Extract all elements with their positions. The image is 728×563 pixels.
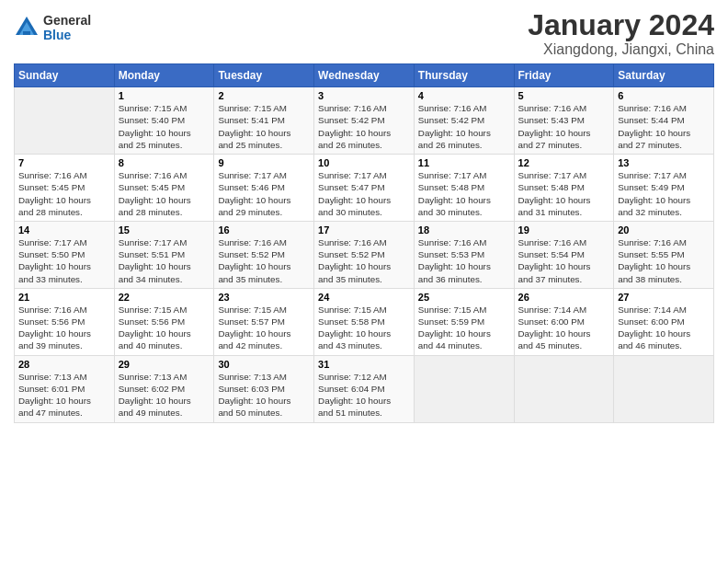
day-info: Sunrise: 7:16 AM Sunset: 5:43 PM Dayligh…	[518, 102, 610, 151]
day-number: 24	[318, 292, 410, 303]
day-cell: 13Sunrise: 7:17 AM Sunset: 5:49 PM Dayli…	[614, 155, 714, 222]
day-number: 19	[518, 224, 610, 236]
day-number: 30	[218, 359, 310, 370]
day-info: Sunrise: 7:14 AM Sunset: 6:00 PM Dayligh…	[618, 304, 710, 352]
day-number: 14	[18, 224, 110, 236]
day-cell: 28Sunrise: 7:13 AM Sunset: 6:01 PM Dayli…	[15, 355, 115, 422]
week-row-5: 28Sunrise: 7:13 AM Sunset: 6:01 PM Dayli…	[15, 355, 714, 422]
day-number: 18	[418, 224, 510, 236]
day-cell: 6Sunrise: 7:16 AM Sunset: 5:44 PM Daylig…	[614, 87, 714, 155]
day-number: 27	[618, 292, 710, 303]
day-number: 22	[119, 292, 210, 303]
day-info: Sunrise: 7:15 AM Sunset: 5:56 PM Dayligh…	[119, 304, 210, 352]
header-cell-monday: Monday	[114, 64, 214, 87]
day-info: Sunrise: 7:17 AM Sunset: 5:50 PM Dayligh…	[18, 236, 110, 285]
day-number: 13	[618, 157, 710, 168]
main-title: January 2024	[528, 9, 714, 41]
day-info: Sunrise: 7:17 AM Sunset: 5:46 PM Dayligh…	[218, 169, 310, 218]
day-cell: 11Sunrise: 7:17 AM Sunset: 5:48 PM Dayli…	[414, 155, 514, 222]
day-info: Sunrise: 7:17 AM Sunset: 5:48 PM Dayligh…	[518, 169, 610, 218]
week-row-1: 1Sunrise: 7:15 AM Sunset: 5:40 PM Daylig…	[15, 87, 714, 155]
day-cell: 20Sunrise: 7:16 AM Sunset: 5:55 PM Dayli…	[614, 221, 714, 288]
day-cell: 10Sunrise: 7:17 AM Sunset: 5:47 PM Dayli…	[314, 155, 415, 222]
day-info: Sunrise: 7:13 AM Sunset: 6:03 PM Dayligh…	[218, 371, 310, 419]
calendar-table: SundayMondayTuesdayWednesdayThursdayFrid…	[14, 63, 714, 422]
day-cell: 18Sunrise: 7:16 AM Sunset: 5:53 PM Dayli…	[414, 221, 514, 288]
day-info: Sunrise: 7:17 AM Sunset: 5:47 PM Dayligh…	[318, 169, 410, 218]
day-info: Sunrise: 7:16 AM Sunset: 5:44 PM Dayligh…	[618, 102, 710, 151]
day-cell: 19Sunrise: 7:16 AM Sunset: 5:54 PM Dayli…	[514, 221, 614, 288]
day-cell: 25Sunrise: 7:15 AM Sunset: 5:59 PM Dayli…	[414, 288, 514, 355]
day-cell: 22Sunrise: 7:15 AM Sunset: 5:56 PM Dayli…	[114, 288, 214, 355]
header-row: SundayMondayTuesdayWednesdayThursdayFrid…	[15, 64, 714, 87]
day-number: 16	[218, 224, 310, 236]
day-cell: 3Sunrise: 7:16 AM Sunset: 5:42 PM Daylig…	[314, 87, 415, 155]
day-number: 26	[518, 292, 610, 303]
header: General Blue January 2024 Xiangdong, Jia…	[14, 9, 714, 58]
day-number: 3	[318, 90, 410, 101]
logo-icon	[14, 15, 40, 40]
day-number: 23	[218, 292, 310, 303]
day-info: Sunrise: 7:12 AM Sunset: 6:04 PM Dayligh…	[318, 371, 410, 419]
day-number: 17	[318, 224, 410, 236]
day-info: Sunrise: 7:16 AM Sunset: 5:54 PM Dayligh…	[518, 236, 610, 285]
day-cell: 17Sunrise: 7:16 AM Sunset: 5:52 PM Dayli…	[314, 221, 415, 288]
day-info: Sunrise: 7:13 AM Sunset: 6:02 PM Dayligh…	[119, 371, 210, 419]
day-cell: 14Sunrise: 7:17 AM Sunset: 5:50 PM Dayli…	[15, 221, 115, 288]
day-cell: 2Sunrise: 7:15 AM Sunset: 5:41 PM Daylig…	[214, 87, 314, 155]
day-cell	[614, 355, 714, 422]
day-number: 31	[318, 359, 410, 370]
day-info: Sunrise: 7:16 AM Sunset: 5:56 PM Dayligh…	[18, 304, 110, 352]
header-cell-sunday: Sunday	[15, 64, 115, 87]
day-cell: 21Sunrise: 7:16 AM Sunset: 5:56 PM Dayli…	[15, 288, 115, 355]
day-number: 12	[518, 157, 610, 168]
header-cell-wednesday: Wednesday	[314, 64, 415, 87]
day-info: Sunrise: 7:17 AM Sunset: 5:48 PM Dayligh…	[418, 169, 510, 218]
day-number: 15	[119, 224, 210, 236]
day-cell: 9Sunrise: 7:17 AM Sunset: 5:46 PM Daylig…	[214, 155, 314, 222]
day-cell: 4Sunrise: 7:16 AM Sunset: 5:42 PM Daylig…	[414, 87, 514, 155]
day-info: Sunrise: 7:16 AM Sunset: 5:55 PM Dayligh…	[618, 236, 710, 285]
day-info: Sunrise: 7:17 AM Sunset: 5:49 PM Dayligh…	[618, 169, 710, 218]
day-cell: 15Sunrise: 7:17 AM Sunset: 5:51 PM Dayli…	[114, 221, 214, 288]
day-number: 11	[418, 157, 510, 168]
day-cell: 29Sunrise: 7:13 AM Sunset: 6:02 PM Dayli…	[114, 355, 214, 422]
day-number: 10	[318, 157, 410, 168]
day-info: Sunrise: 7:16 AM Sunset: 5:45 PM Dayligh…	[18, 169, 110, 218]
day-number: 2	[218, 90, 310, 101]
week-row-4: 21Sunrise: 7:16 AM Sunset: 5:56 PM Dayli…	[15, 288, 714, 355]
header-cell-thursday: Thursday	[414, 64, 514, 87]
week-row-2: 7Sunrise: 7:16 AM Sunset: 5:45 PM Daylig…	[15, 155, 714, 222]
day-info: Sunrise: 7:16 AM Sunset: 5:52 PM Dayligh…	[318, 236, 410, 285]
day-number: 20	[618, 224, 710, 236]
day-cell	[414, 355, 514, 422]
day-cell: 26Sunrise: 7:14 AM Sunset: 6:00 PM Dayli…	[514, 288, 614, 355]
header-cell-tuesday: Tuesday	[214, 64, 314, 87]
day-cell: 30Sunrise: 7:13 AM Sunset: 6:03 PM Dayli…	[214, 355, 314, 422]
day-info: Sunrise: 7:16 AM Sunset: 5:52 PM Dayligh…	[218, 236, 310, 285]
day-cell	[514, 355, 614, 422]
svg-rect-2	[23, 31, 30, 35]
day-cell: 27Sunrise: 7:14 AM Sunset: 6:00 PM Dayli…	[614, 288, 714, 355]
day-number: 8	[119, 157, 210, 168]
title-block: January 2024 Xiangdong, Jiangxi, China	[528, 9, 714, 58]
day-info: Sunrise: 7:16 AM Sunset: 5:53 PM Dayligh…	[418, 236, 510, 285]
day-cell: 5Sunrise: 7:16 AM Sunset: 5:43 PM Daylig…	[514, 87, 614, 155]
day-number: 25	[418, 292, 510, 303]
day-number: 21	[18, 292, 110, 303]
day-cell: 1Sunrise: 7:15 AM Sunset: 5:40 PM Daylig…	[114, 87, 214, 155]
day-info: Sunrise: 7:15 AM Sunset: 5:59 PM Dayligh…	[418, 304, 510, 352]
logo-text: General Blue	[43, 13, 91, 42]
day-info: Sunrise: 7:16 AM Sunset: 5:42 PM Dayligh…	[418, 102, 510, 151]
header-cell-friday: Friday	[514, 64, 614, 87]
day-number: 1	[119, 90, 210, 101]
day-info: Sunrise: 7:16 AM Sunset: 5:45 PM Dayligh…	[119, 169, 210, 218]
day-number: 29	[119, 359, 210, 370]
day-info: Sunrise: 7:15 AM Sunset: 5:40 PM Dayligh…	[119, 102, 210, 151]
calendar-header: SundayMondayTuesdayWednesdayThursdayFrid…	[15, 64, 714, 87]
day-cell: 12Sunrise: 7:17 AM Sunset: 5:48 PM Dayli…	[514, 155, 614, 222]
subtitle: Xiangdong, Jiangxi, China	[528, 41, 714, 58]
calendar-body: 1Sunrise: 7:15 AM Sunset: 5:40 PM Daylig…	[15, 87, 714, 422]
day-number: 5	[518, 90, 610, 101]
day-cell: 7Sunrise: 7:16 AM Sunset: 5:45 PM Daylig…	[15, 155, 115, 222]
